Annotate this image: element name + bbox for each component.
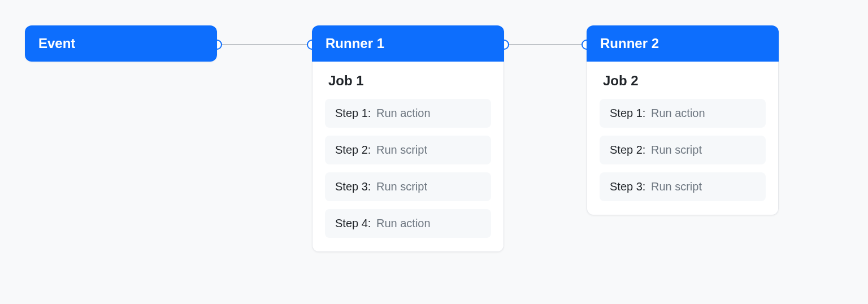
step-label: Step 4: <box>335 217 371 229</box>
step-label: Step 2: <box>335 144 371 156</box>
step-label: Step 1: <box>335 107 371 119</box>
job-2-title: Job 2 <box>600 73 766 89</box>
runner-2-body: Job 2 Step 1: Run action Step 2: Run scr… <box>587 62 779 215</box>
step-desc: Run action <box>376 217 431 229</box>
runner-2-node: Runner 2 Job 2 Step 1: Run action Step 2… <box>587 25 779 215</box>
step-label: Step 2: <box>610 144 645 156</box>
event-title: Event <box>25 25 217 62</box>
connector-event-to-runner1 <box>217 44 312 45</box>
step-label: Step 1: <box>610 107 645 119</box>
step-label: Step 3: <box>335 180 371 193</box>
runner-2-title: Runner 2 <box>587 25 779 62</box>
connector-runner1-to-runner2 <box>504 44 587 45</box>
job-1-step-1: Step 1: Run action <box>325 99 491 128</box>
runner-1-title: Runner 1 <box>312 25 504 62</box>
job-2-step-2: Step 2: Run script <box>600 136 766 164</box>
step-desc: Run script <box>651 180 702 193</box>
job-1-step-2: Step 2: Run script <box>325 136 491 164</box>
job-1-step-3: Step 3: Run script <box>325 172 491 201</box>
step-label: Step 3: <box>610 180 645 193</box>
runner-1-node: Runner 1 Job 1 Step 1: Run action Step 2… <box>312 25 504 252</box>
runner-1-body: Job 1 Step 1: Run action Step 2: Run scr… <box>312 62 504 252</box>
step-desc: Run script <box>651 144 702 156</box>
event-node: Event <box>25 25 217 62</box>
step-desc: Run script <box>376 144 427 156</box>
job-1-step-4: Step 4: Run action <box>325 209 491 238</box>
job-2-step-3: Step 3: Run script <box>600 172 766 201</box>
step-desc: Run script <box>376 180 427 193</box>
step-desc: Run action <box>376 107 431 119</box>
job-2-step-1: Step 1: Run action <box>600 99 766 128</box>
step-desc: Run action <box>651 107 705 119</box>
job-1-title: Job 1 <box>325 73 491 89</box>
